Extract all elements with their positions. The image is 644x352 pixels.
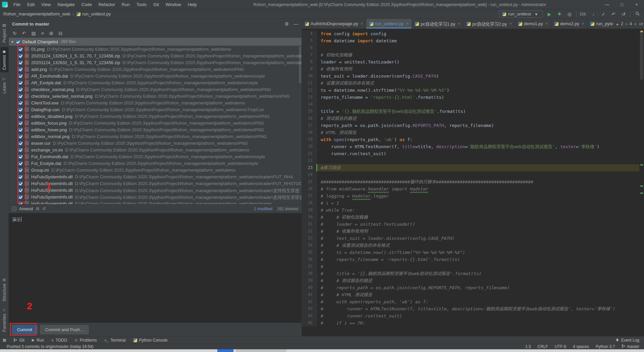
tool-windows-icon[interactable]: ▦ [3, 338, 6, 342]
file-checkbox[interactable] [18, 202, 22, 205]
code-line[interactable]: 29# while True: [302, 207, 639, 214]
history-icon[interactable]: ↺ [42, 206, 46, 211]
file-checkbox[interactable] [18, 128, 22, 132]
file-checkbox[interactable] [18, 155, 22, 159]
code-line[interactable]: 18# HTML 测试报告 [302, 129, 639, 136]
editor-tab[interactable]: AuthInfoDisposepage.py× [302, 19, 366, 29]
git-branch-widget[interactable]: master [622, 344, 639, 349]
code-line[interactable]: 8loader = unittest.TestLoader() [302, 58, 639, 65]
refresh-icon[interactable]: ↻ [13, 31, 17, 36]
menu-navigate[interactable]: Navigate [54, 1, 77, 8]
file-row[interactable]: editbox_hover.pngD:\PyCharm Community Ed… [9, 126, 302, 133]
code-line[interactable]: 31# loader = unittest.TestLoader() [302, 221, 639, 228]
commit-and-push-button[interactable]: Commit and Push... [40, 325, 89, 334]
file-checkbox[interactable] [18, 67, 22, 72]
code-line[interactable]: 19with open(reports_path, 'wb') as f: [302, 136, 639, 143]
stripe-button-learn[interactable]: ▷Learn [0, 74, 8, 96]
code-line[interactable]: 45# if i == 70: [302, 319, 639, 326]
code-line[interactable]: 33# test_suit = loader.discover(config.C… [302, 235, 639, 242]
code-line[interactable]: 14 [302, 101, 639, 108]
menu-refactor[interactable]: Refactor [96, 1, 118, 8]
file-checkbox[interactable] [18, 134, 22, 139]
commit-button[interactable]: Commit [12, 325, 37, 334]
close-tab-icon[interactable]: × [361, 21, 363, 26]
code-line[interactable]: 22 [302, 157, 639, 164]
file-row[interactable]: HsFutuSystemInfo.dllD:\PyCharm Community… [9, 173, 302, 180]
file-row[interactable]: HsFutuSystemInfo.dllD:\PyCharm Community… [9, 193, 302, 200]
code-line[interactable]: 10test_suit = loader.discover(config.CAS… [302, 73, 639, 80]
code-line[interactable]: 35# ts = datetime.now().strftime("%Y-%m-… [302, 249, 639, 256]
code-editor[interactable]: 4from config import config5from datetime… [302, 29, 644, 336]
expand-all-icon[interactable]: ⊞ [49, 31, 53, 36]
file-checkbox[interactable] [18, 121, 22, 125]
maximize-icon[interactable]: □ [614, 0, 629, 9]
file-row[interactable]: editbox_normal.pngD:\PyCharm Community E… [9, 133, 302, 140]
file-checkbox[interactable] [18, 181, 22, 186]
amend-checkbox[interactable] [12, 207, 16, 211]
file-row[interactable]: Fut_Exrohondb.datD:\PyCharm Community Ed… [9, 153, 302, 160]
taskbar-app-fragment[interactable] [217, 349, 233, 352]
code-line[interactable]: 11# 设置测试报告的命名格式 [302, 80, 639, 87]
file-row[interactable]: 01.pngD:\PyCharm Community Edition 2020.… [9, 46, 302, 52]
code-line[interactable]: 15title = '{}.融航商品期权资管平台web自动化测试报告'.form… [302, 108, 639, 115]
status-item[interactable]: CRLF [538, 344, 548, 349]
code-line[interactable]: 24 [302, 171, 639, 178]
code-line[interactable]: 42# with open(reports_path, 'wb') as f: [302, 298, 639, 305]
code-line[interactable]: 34# # 设置测试报告的命名格式 [302, 242, 639, 249]
gear-icon[interactable]: ⚙ [284, 21, 289, 27]
file-row[interactable]: 20201124_132624_1_5, 31, 70, 7_123456.zi… [9, 52, 302, 59]
code-line[interactable]: 40# reports_path = os.path.join(config.R… [302, 284, 639, 291]
debug-icon[interactable] [556, 11, 563, 17]
menu-code[interactable]: Code [78, 1, 95, 8]
taskbar-app-fragment[interactable] [236, 349, 286, 352]
prev-issue-icon[interactable]: ∧ [634, 22, 637, 26]
file-checkbox[interactable] [18, 114, 22, 119]
file-row[interactable]: AR_Exstyle.datD:\PyCharm Community Editi… [9, 79, 302, 86]
collapse-all-icon[interactable]: ⊟ [59, 31, 63, 36]
close-icon[interactable]: × [629, 0, 644, 9]
group-by-icon[interactable]: ≡ [41, 31, 44, 36]
warning-marker[interactable] [640, 31, 643, 32]
file-checkbox[interactable] [18, 81, 22, 85]
file-checkbox[interactable] [18, 47, 22, 51]
code-line[interactable]: 17reports_path = os.path.join(config.REP… [302, 122, 639, 129]
close-tab-icon[interactable]: × [545, 21, 548, 26]
rollback-icon[interactable]: ↶ [22, 31, 26, 36]
code-line[interactable]: 41# # HTML 测试报告 [302, 291, 639, 298]
file-row[interactable]: HsFutuSystemInfo.dllD:\PyCharm Community… [9, 180, 302, 187]
file-checkbox[interactable] [18, 107, 22, 112]
menu-tools[interactable]: Tools [133, 1, 150, 8]
breadcrumb-file[interactable]: run_unittest.py [76, 11, 111, 16]
commit-options-gear-icon[interactable]: ⚙ [36, 206, 40, 211]
changelist-checkbox[interactable] [16, 40, 20, 44]
editor-tab[interactable]: pc自动化学习1.py× [412, 19, 464, 29]
git-history-icon[interactable]: ↺ [620, 11, 627, 17]
file-checkbox[interactable] [18, 195, 22, 199]
editor-tab[interactable]: run_unittest.py× [366, 19, 412, 29]
menu-run[interactable]: Run [119, 1, 133, 8]
breadcrumb-project[interactable]: Rohon_managementplatform_web [3, 11, 70, 16]
toolwindow-button-python-console[interactable]: Python Console [133, 338, 168, 343]
toolwindow-button-problems[interactable]: ⚠Problems [74, 338, 97, 343]
menu-view[interactable]: View [38, 1, 54, 8]
changelist-row[interactable]: ▾ Default Changelist 263 files [9, 38, 302, 46]
run-icon[interactable]: ▶ [546, 11, 553, 17]
typo-marker[interactable] [640, 185, 643, 187]
code-line[interactable]: 39# # 测试报告的路径 [302, 277, 639, 284]
shelve-icon[interactable]: ▤ [31, 31, 36, 36]
file-checkbox[interactable] [18, 161, 22, 166]
status-item[interactable]: UTF-8 [555, 344, 566, 349]
close-tab-icon[interactable]: × [458, 21, 460, 26]
code-line[interactable]: 43# runner = HTMLTestRunner(f, title=tit… [302, 305, 639, 312]
file-row[interactable]: checkbox_selected_normal.pngD:\PyCharm C… [9, 93, 302, 99]
status-item[interactable]: 1:3 [525, 344, 531, 349]
stripe-button-commit[interactable]: ◉Commit [0, 47, 8, 72]
code-line[interactable]: 26# from middleware.heandler import Hadn… [302, 185, 639, 192]
code-line[interactable]: 23#练习项目 [302, 164, 639, 171]
file-row[interactable]: checkbox_normal.pngD:\PyCharm Community … [9, 86, 302, 93]
code-line[interactable]: 9# 收集所有用例 [302, 65, 639, 73]
file-checkbox[interactable] [18, 74, 22, 78]
run-configuration-select[interactable]: run_unittest ▾ [499, 10, 543, 18]
next-issue-icon[interactable]: ∨ [639, 22, 641, 26]
file-checkbox[interactable] [18, 188, 22, 192]
